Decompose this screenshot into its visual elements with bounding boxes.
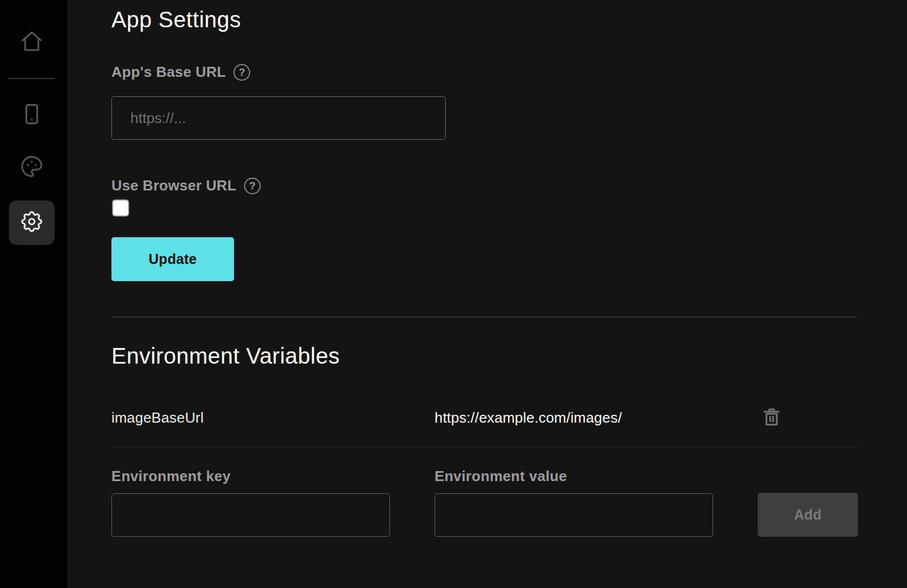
env-key-label: Environment key — [111, 468, 231, 485]
help-icon[interactable]: ? — [233, 64, 250, 81]
delete-variable-button[interactable] — [760, 405, 783, 430]
use-browser-url-checkbox[interactable] — [112, 199, 129, 217]
sidebar-item-home[interactable] — [9, 20, 55, 65]
add-variable-button[interactable]: Add — [758, 493, 858, 537]
tablet-icon — [19, 101, 45, 129]
row-divider — [111, 447, 858, 447]
sidebar-item-theme[interactable] — [9, 145, 55, 190]
app-settings-screen: App Settings App's Base URL ? Use Browse… — [0, 0, 907, 588]
base-url-input[interactable] — [111, 96, 446, 140]
sidebar-item-settings[interactable] — [9, 200, 55, 245]
use-browser-url-label-row: Use Browser URL ? — [111, 177, 261, 194]
env-variable-key: imageBaseUrl — [111, 409, 435, 427]
sidebar — [0, 0, 67, 588]
palette-icon — [19, 154, 45, 182]
env-section-title: Environment Variables — [111, 343, 340, 369]
page-title: App Settings — [111, 7, 241, 32]
sidebar-divider — [8, 78, 55, 79]
env-value-label: Environment value — [435, 468, 567, 485]
trash-icon — [760, 405, 783, 430]
section-divider — [111, 317, 858, 317]
env-variable-value: https://example.com/images/ — [435, 409, 758, 427]
home-icon — [19, 28, 45, 56]
help-icon[interactable]: ? — [244, 178, 261, 194]
env-value-input[interactable] — [435, 493, 713, 537]
base-url-label: App's Base URL — [111, 63, 226, 81]
gear-icon — [19, 209, 45, 237]
base-url-label-row: App's Base URL ? — [111, 63, 250, 81]
update-button[interactable]: Update — [111, 237, 234, 281]
env-variable-row: imageBaseUrl https://example.com/images/ — [111, 402, 858, 433]
sidebar-item-devices[interactable] — [9, 93, 55, 138]
env-key-input[interactable] — [111, 493, 390, 537]
use-browser-url-label: Use Browser URL — [111, 177, 236, 194]
